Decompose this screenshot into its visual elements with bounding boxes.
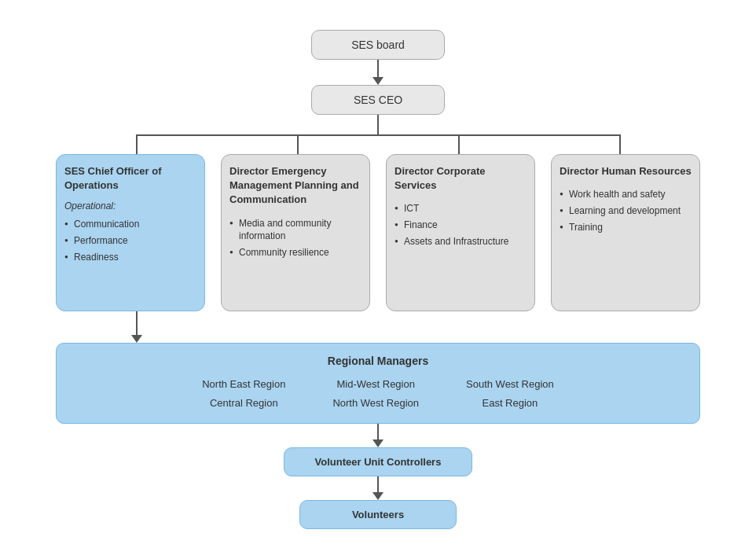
volunteers-title: Volunteers — [352, 509, 404, 520]
director-box-director-hr: Director Human ResourcesWork health and … — [551, 154, 700, 311]
region-name: Central Region — [202, 394, 285, 412]
list-item: Community resilience — [229, 245, 361, 261]
list-item: Work health and safety — [560, 186, 692, 203]
director-list-director-hr: Work health and safetyLearning and devel… — [560, 186, 692, 235]
director-box-chief-officer: SES Chief Officer of OperationsOperation… — [56, 154, 205, 311]
list-item: Finance — [395, 217, 527, 234]
region-col-1: Mid-West RegionNorth West Region — [332, 375, 419, 412]
ses-ceo-row: SES CEO — [311, 85, 445, 115]
ses-board-row: SES board — [311, 30, 445, 60]
region-name: Mid-West Region — [332, 375, 419, 393]
list-item: Media and community information — [229, 215, 361, 245]
volunteer-controller-title: Volunteer Unit Controllers — [315, 456, 442, 468]
list-item: Performance — [64, 233, 196, 249]
ses-board-title: SES board — [351, 39, 405, 51]
region-name: North West Region — [332, 394, 419, 412]
region-name: East Region — [466, 394, 554, 412]
arrow-vuc-to-volunteers — [372, 476, 384, 500]
directors-row: SES Chief Officer of OperationsOperation… — [56, 154, 700, 311]
director-title-director-emergency: Director Emergency Management Planning a… — [229, 164, 361, 208]
drop-line-4 — [619, 134, 621, 154]
director-list-chief-officer: CommunicationPerformanceReadiness — [64, 216, 196, 265]
regional-title: Regional Managers — [72, 355, 684, 367]
ses-board-box: SES board — [311, 30, 445, 60]
region-name: South West Region — [466, 375, 554, 393]
region-col-2: South West RegionEast Region — [466, 375, 554, 412]
director-list-director-emergency: Media and community informationCommunity… — [229, 215, 361, 261]
drop-line-3 — [458, 134, 460, 154]
director-title-chief-officer: SES Chief Officer of Operations — [64, 164, 196, 193]
org-chart: SES board SES CEO SES Chief Officer of O… — [17, 14, 739, 545]
list-item: Training — [560, 219, 692, 236]
regional-regions: North East RegionCentral RegionMid-West … — [72, 375, 684, 412]
drop-line-2 — [297, 134, 299, 154]
vert-up-line — [377, 115, 379, 134]
ses-ceo-box: SES CEO — [311, 85, 445, 115]
list-item: Communication — [64, 216, 196, 233]
director-title-director-corporate: Director Corporate Services — [395, 164, 527, 193]
drop-line-1 — [136, 134, 138, 154]
list-item: Readiness — [64, 249, 196, 266]
list-item: ICT — [395, 200, 527, 217]
horiz-branch-line — [137, 134, 620, 136]
region-col-0: North East RegionCentral Region — [202, 375, 285, 412]
region-name: North East Region — [202, 375, 285, 393]
branch-connector — [56, 115, 700, 154]
volunteers-box: Volunteers — [299, 500, 457, 529]
chief-arrow-section — [56, 311, 700, 343]
list-item: Learning and development — [560, 203, 692, 219]
director-subtitle-chief-officer: Operational: — [64, 200, 196, 211]
chief-to-regional-arrow — [131, 311, 142, 343]
arrow-board-to-ceo — [372, 60, 384, 85]
director-list-director-corporate: ICTFinanceAssets and Infrastructure — [395, 200, 527, 249]
director-box-director-corporate: Director Corporate ServicesICTFinanceAss… — [386, 154, 535, 311]
list-item: Assets and Infrastructure — [395, 234, 527, 250]
regional-managers-box: Regional Managers North East RegionCentr… — [56, 343, 700, 424]
director-box-director-emergency: Director Emergency Management Planning a… — [221, 154, 370, 311]
arrow-regional-to-vuc — [372, 424, 384, 447]
ses-ceo-title: SES CEO — [354, 94, 402, 106]
volunteer-controller-box: Volunteer Unit Controllers — [284, 447, 472, 476]
director-title-director-hr: Director Human Resources — [560, 164, 692, 178]
